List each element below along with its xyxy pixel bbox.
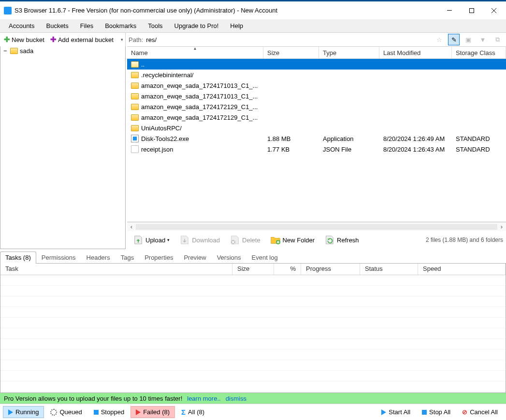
copy-button[interactable]: ⧉	[492, 34, 503, 45]
download-button[interactable]: Download	[176, 233, 223, 247]
bucket-tree[interactable]: − sada	[0, 46, 126, 249]
favorite-button[interactable]: ☆	[434, 34, 445, 45]
column-type[interactable]: Type	[319, 47, 379, 58]
task-area: Task Size % Progress Status Speed	[0, 264, 506, 393]
menu-accounts[interactable]: Accounts	[3, 20, 40, 31]
failed-icon	[136, 409, 141, 415]
column-size[interactable]: Size	[263, 47, 319, 58]
file-row[interactable]: Disk-Tools22.exe1.88 MBApplication8/20/2…	[127, 133, 506, 144]
column-name[interactable]: Name▲	[127, 47, 263, 58]
folder-icon	[131, 61, 139, 68]
app-icon	[4, 7, 12, 14]
new-folder-icon	[270, 235, 281, 245]
file-name: amazon_ewqe_sada_1724172129_C1_...	[141, 103, 258, 111]
promo-learn-more[interactable]: learn more..	[187, 395, 220, 402]
tab-headers[interactable]: Headers	[81, 252, 116, 264]
edit-button[interactable]: ✎	[448, 34, 460, 45]
file-icon	[131, 145, 139, 153]
new-bucket-button[interactable]: ✚ New bucket	[2, 34, 46, 45]
status-stopped[interactable]: Stopped	[88, 406, 130, 418]
scroll-left-icon[interactable]: ‹	[127, 223, 136, 230]
file-type: Application	[319, 135, 379, 142]
refresh-button[interactable]: Refresh	[321, 233, 362, 247]
task-col-status[interactable]: Status	[360, 264, 418, 275]
menu-bookmarks[interactable]: Bookmarks	[99, 20, 142, 31]
status-failed[interactable]: Failed (8)	[130, 406, 175, 418]
menu-tools[interactable]: Tools	[142, 20, 168, 31]
file-name: Disk-Tools22.exe	[141, 135, 189, 142]
file-row[interactable]: amazon_ewqe_sada_1724171013_C1_...	[127, 91, 506, 101]
horizontal-scrollbar[interactable]: ‹ ›	[127, 222, 506, 231]
tab-properties[interactable]: Properties	[139, 252, 178, 264]
task-col-task[interactable]: Task	[0, 264, 232, 275]
file-row[interactable]: amazon_ewqe_sada_1724172129_C1_...	[127, 112, 506, 123]
task-list[interactable]	[0, 275, 506, 392]
folder-icon	[131, 114, 139, 121]
titlebar: S3 Browser 11.6.7 - Free Version (for no…	[0, 0, 506, 19]
new-folder-button[interactable]: New Folder	[267, 233, 318, 247]
upload-button[interactable]: Upload ▾	[130, 233, 173, 247]
tab-permissions[interactable]: Permissions	[36, 252, 81, 264]
column-last-modified[interactable]: Last Modified	[379, 47, 452, 58]
file-last-modified: 8/20/2024 1:26:49 AM	[379, 135, 452, 142]
start-all-button[interactable]: Start All	[376, 406, 416, 418]
file-row[interactable]: receipt.json1.77 KBJSON File8/20/2024 1:…	[127, 144, 506, 154]
task-col-progress[interactable]: Progress	[301, 264, 360, 275]
queued-icon	[50, 409, 57, 416]
status-tabs: Running Queued Stopped Failed (8) Σ All …	[0, 404, 506, 420]
menu-buckets[interactable]: Buckets	[40, 20, 74, 31]
file-row[interactable]: amazon_ewqe_sada_1724172129_C1_...	[127, 101, 506, 112]
select-button[interactable]: ▣	[463, 34, 474, 45]
file-list-header: Name▲ Size Type Last Modified Storage Cl…	[127, 46, 506, 59]
file-last-modified: 8/20/2024 1:26:43 AM	[379, 146, 452, 153]
minimize-button[interactable]	[438, 2, 461, 19]
tab-versions[interactable]: Versions	[212, 252, 246, 264]
file-row[interactable]: amazon_ewqe_sada_1724171013_C1_...	[127, 80, 506, 91]
cancel-all-button[interactable]: ⊘ Cancel All	[457, 406, 503, 418]
tab-tasks[interactable]: Tasks (8)	[0, 252, 36, 264]
stop-all-icon	[422, 410, 427, 415]
status-all[interactable]: Σ All (8)	[176, 406, 210, 419]
upload-icon	[133, 235, 144, 245]
task-col-size[interactable]: Size	[232, 264, 274, 275]
chevron-down-icon[interactable]: ▾	[121, 37, 125, 42]
file-list[interactable]: ...recyclebininternal/amazon_ewqe_sada_1…	[127, 59, 506, 222]
delete-button[interactable]: Delete	[227, 233, 263, 247]
tab-preview[interactable]: Preview	[178, 252, 211, 264]
file-row[interactable]: UniAutosRPC/	[127, 123, 506, 133]
menubar: Accounts Buckets Files Bookmarks Tools U…	[0, 19, 506, 33]
tab-eventlog[interactable]: Event log	[246, 252, 283, 264]
path-value[interactable]: res/	[146, 36, 431, 43]
file-name: receipt.json	[141, 146, 173, 153]
maximize-button[interactable]	[461, 2, 483, 19]
menu-help[interactable]: Help	[224, 20, 249, 31]
menu-upgrade[interactable]: Upgrade to Pro!	[169, 20, 225, 31]
menu-files[interactable]: Files	[74, 20, 99, 31]
tree-toggle[interactable]: −	[3, 47, 8, 55]
status-queued[interactable]: Queued	[45, 406, 87, 418]
file-storage-class: STANDARD	[452, 146, 506, 153]
task-col-speed[interactable]: Speed	[418, 264, 506, 275]
column-storage-class[interactable]: Storage Class	[452, 47, 506, 58]
folder-icon	[10, 48, 18, 54]
scroll-right-icon[interactable]: ›	[497, 223, 506, 230]
promo-banner: Pro Version allows you to upload your fi…	[0, 393, 506, 404]
add-external-bucket-button[interactable]: ✚ Add external bucket	[48, 34, 116, 45]
file-name: .recyclebininternal/	[141, 71, 193, 79]
close-button[interactable]	[483, 2, 505, 19]
promo-dismiss[interactable]: dismiss	[226, 395, 246, 402]
tab-tags[interactable]: Tags	[116, 252, 139, 264]
file-row[interactable]: ..	[127, 59, 506, 70]
bottom-tabs: Tasks (8) Permissions Headers Tags Prope…	[0, 251, 506, 264]
status-running[interactable]: Running	[3, 406, 44, 418]
exe-icon	[131, 135, 139, 142]
plus-external-icon: ✚	[50, 35, 57, 44]
sort-asc-icon: ▲	[193, 46, 197, 51]
tree-item-sada[interactable]: − sada	[0, 46, 125, 56]
filter-button[interactable]: ▼	[477, 34, 489, 45]
file-row[interactable]: .recyclebininternal/	[127, 70, 506, 80]
stop-all-button[interactable]: Stop All	[417, 406, 456, 418]
scroll-track[interactable]	[136, 224, 497, 230]
tree-label: sada	[20, 47, 33, 55]
task-col-percent[interactable]: %	[274, 264, 301, 275]
